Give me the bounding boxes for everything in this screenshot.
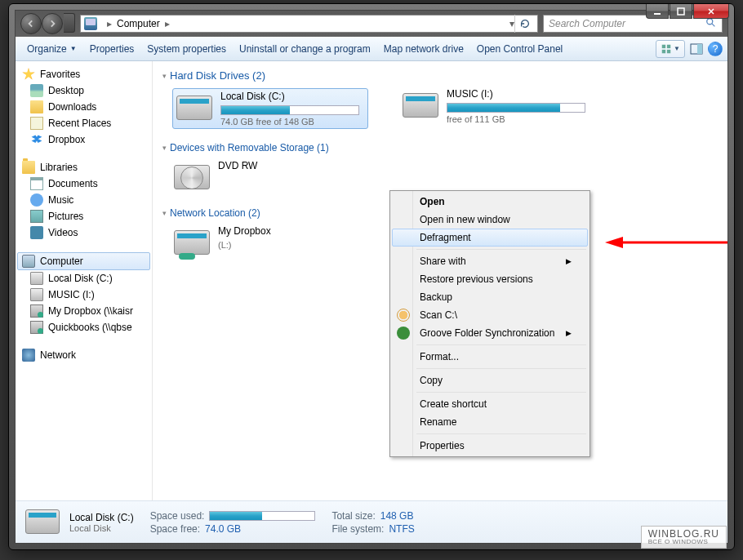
drive-net-dropbox[interactable]: My Dropbox (L:) [172, 225, 368, 261]
context-menu-item[interactable]: Share with▶ [392, 252, 588, 270]
toolbar-uninstall[interactable]: Uninstall or change a program [233, 40, 377, 58]
minimize-button[interactable] [646, 4, 669, 19]
drive-name: MUSIC (I:) [447, 88, 597, 100]
refresh-button[interactable] [514, 15, 534, 33]
netdrive-icon [30, 321, 43, 334]
details-used-label: Space used: [150, 510, 205, 522]
watermark: WINBLOG.RU ВСЁ О WINDOWS [641, 526, 727, 549]
context-menu-item[interactable]: Backup [392, 288, 588, 306]
hdd-icon [30, 272, 43, 285]
desktop-icon [30, 84, 43, 97]
tree-local-disk-c[interactable]: Local Disk (C:) [17, 270, 150, 287]
details-pane: Local Disk (C:) Local Disk Space used: S… [16, 500, 727, 543]
drive-fill-c [221, 106, 290, 114]
context-menu-item[interactable]: Restore previous versions [392, 270, 588, 288]
details-total-val: 148 GB [380, 510, 414, 522]
music-icon [30, 193, 43, 207]
groove-icon [397, 327, 410, 340]
back-button[interactable] [20, 13, 42, 34]
forward-button[interactable] [42, 13, 63, 34]
context-menu-item[interactable]: Properties [392, 437, 588, 455]
drive-local-c[interactable]: Local Disk (C:) 74.0 GB free of 148 GB [172, 88, 368, 129]
tree-libraries-header[interactable]: Libraries [17, 159, 150, 176]
organize-menu[interactable]: Organize▼ [20, 40, 83, 58]
tree-net-quickbooks[interactable]: Quickbooks (\\qbse [17, 319, 150, 336]
context-menu-item[interactable]: Scan C:\ [392, 306, 588, 324]
dvd-large-icon [172, 160, 211, 194]
drive-name: Local Disk (C:) [220, 91, 366, 102]
window-controls [645, 4, 729, 19]
nav-history-chevron[interactable] [64, 13, 75, 33]
details-title: Local Disk (C:) [69, 512, 134, 523]
toolbar-map-drive[interactable]: Map network drive [377, 40, 470, 58]
drive-dvd[interactable]: DVD RW [172, 160, 368, 194]
network-icon [22, 349, 35, 362]
close-button[interactable] [693, 4, 729, 19]
svg-point-2 [707, 18, 713, 24]
drive-name: DVD RW [218, 160, 368, 171]
details-fs-label: File system: [331, 523, 384, 535]
toolbar-control-panel[interactable]: Open Control Panel [470, 40, 569, 58]
dropbox-icon [30, 133, 43, 146]
hdd-large-icon [175, 91, 214, 125]
svg-rect-8 [697, 44, 702, 54]
drive-subtext: (L:) [218, 240, 368, 250]
svg-rect-5 [662, 49, 665, 52]
toolbar-system-properties[interactable]: System properties [140, 40, 233, 58]
context-menu-item[interactable]: Open [392, 193, 588, 211]
context-menu-item[interactable]: Groove Folder Synchronization▶ [392, 324, 588, 342]
context-menu-item[interactable]: Defragment [392, 229, 588, 247]
breadcrumb-arrow[interactable]: ▸ [160, 18, 175, 29]
breadcrumb-arrow[interactable]: ▸ [102, 18, 117, 29]
libraries-icon [22, 161, 35, 174]
svg-rect-1 [678, 8, 684, 15]
tree-music[interactable]: Music [17, 192, 150, 208]
submenu-arrow-icon: ▶ [566, 257, 572, 265]
context-menu-item[interactable]: Create shortcut [392, 395, 588, 413]
tree-videos[interactable]: Videos [17, 224, 150, 241]
svg-rect-4 [667, 44, 670, 47]
dp-fill [210, 512, 262, 520]
netdrive-large-icon [172, 225, 211, 260]
maximize-button[interactable] [670, 4, 692, 19]
details-drive-icon [24, 506, 61, 539]
videos-icon [30, 226, 43, 239]
drive-music-i[interactable]: MUSIC (I:) free of 111 GB [401, 88, 597, 129]
view-menu-button[interactable]: ▼ [656, 40, 685, 58]
tree-favorites-header[interactable]: Favorites [17, 66, 150, 82]
search-placeholder: Search Computer [549, 18, 625, 29]
tree-pictures[interactable]: Pictures [17, 208, 150, 224]
hdd-large-icon [401, 88, 440, 122]
details-total-label: Total size: [331, 510, 375, 522]
context-menu-item[interactable]: Copy [392, 371, 588, 389]
preview-pane-button[interactable] [687, 40, 706, 58]
tree-computer-header[interactable]: Computer [17, 252, 150, 270]
drive-name: My Dropbox [218, 225, 368, 237]
documents-icon [30, 177, 43, 190]
tree-downloads[interactable]: Downloads [17, 99, 150, 115]
tree-documents[interactable]: Documents [17, 176, 150, 192]
details-fs-val: NTFS [389, 523, 414, 535]
computer-tree-icon [22, 255, 35, 268]
toolbar: Organize▼ Properties System properties U… [16, 37, 727, 61]
help-button[interactable]: ? [708, 42, 723, 56]
netdrive-icon [30, 304, 43, 318]
context-menu-item[interactable]: Rename [392, 413, 588, 431]
tree-dropbox[interactable]: Dropbox [17, 131, 150, 148]
toolbar-properties[interactable]: Properties [83, 40, 141, 58]
tree-desktop[interactable]: Desktop [17, 82, 150, 99]
address-bar[interactable]: ▸ Computer ▸ ▾ [80, 15, 538, 33]
section-removable[interactable]: Devices with Removable Storage (1) [162, 142, 718, 153]
tree-network-header[interactable]: Network [17, 347, 150, 363]
tree-net-dropbox[interactable]: My Dropbox (\\kaisr [17, 303, 150, 319]
tree-recent[interactable]: Recent Places [17, 115, 150, 131]
submenu-arrow-icon: ▶ [566, 329, 572, 337]
tree-music-i[interactable]: MUSIC (I:) [17, 287, 150, 303]
context-menu-item[interactable]: Open in new window [392, 211, 588, 229]
search-icon [705, 17, 717, 31]
section-hdd[interactable]: Hard Disk Drives (2) [162, 69, 718, 82]
details-free-val: 74.0 GB [205, 523, 241, 535]
nav-tree: Favorites Desktop Downloads Recent Place… [16, 61, 153, 500]
breadcrumb-segment[interactable]: Computer [117, 18, 160, 29]
context-menu-item[interactable]: Format... [392, 348, 588, 366]
